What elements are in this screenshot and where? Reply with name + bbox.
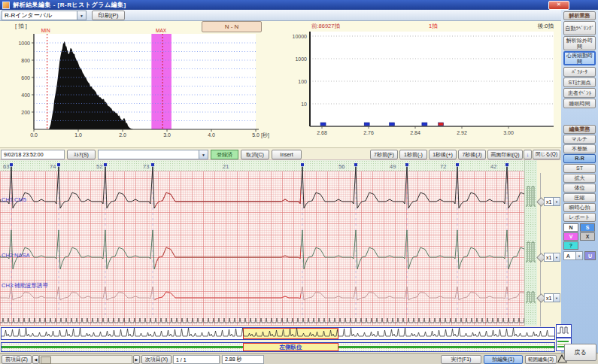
chevron-down-icon[interactable]: ▼	[553, 253, 560, 261]
svg-text:0.0: 0.0	[30, 132, 38, 138]
rr-histogram-plot[interactable]: MINMAX20040060080010000.01.02.03.04.05.0…	[0, 21, 278, 147]
print-button[interactable]: 印刷(P)	[92, 11, 125, 20]
beat-label-button-N[interactable]: N	[563, 223, 578, 232]
position-scrollbar[interactable]	[39, 355, 132, 364]
sidebar-item-3[interactable]: ﾊﾟﾗﾒｰﾀ	[563, 67, 596, 77]
sidebar-edit-item-8[interactable]: レポート	[563, 213, 596, 222]
histogram-y-unit-label: [ 拍 ]	[15, 23, 27, 30]
sidebar-item-0[interactable]: 自動ﾗﾍﾞﾘﾝｸﾞ	[563, 21, 596, 35]
range-edit-button[interactable]: 範囲編集(3)	[525, 355, 557, 364]
chevron-down-icon[interactable]: ▼	[77, 11, 86, 20]
channel-label: CH2:NASA	[2, 252, 30, 259]
svg-text:2.0: 2.0	[119, 132, 126, 138]
scroll-left-icon[interactable]: ◀	[32, 355, 39, 364]
sidebar-item-4[interactable]: ST計測点	[563, 77, 596, 87]
timestamp-field: 9/02/18 23:52:00	[1, 150, 65, 159]
sidebar-edit-item-5[interactable]: 体位	[563, 184, 596, 193]
channel-label: CH1:CM5	[2, 196, 26, 203]
svg-text:100: 100	[298, 79, 307, 84]
scrollbar-thumb[interactable]	[41, 356, 51, 364]
sidebar-edit-item-0[interactable]: マルチ	[563, 135, 596, 144]
sidebar-item-5[interactable]: 患者ｲﾍﾞﾝﾄ	[563, 88, 596, 98]
chevron-down-icon[interactable]: ▼	[553, 198, 560, 205]
back-button[interactable]: 戻る	[564, 344, 596, 361]
cancel-button[interactable]: 取消(C)	[241, 150, 269, 159]
rr-detail-plot[interactable]: 101001000100002.682.762.842.923.00前:8692…	[278, 21, 560, 147]
svg-text:73: 73	[143, 163, 149, 170]
svg-text:2.68: 2.68	[317, 130, 327, 135]
svg-text:800: 800	[21, 58, 30, 63]
sidebar-edit-item-4[interactable]: 拡大	[563, 174, 596, 183]
sidebar-edit-item-6[interactable]: 圧縮	[563, 193, 596, 202]
gain-select[interactable]: x1▼	[544, 293, 560, 302]
svg-text:2.84: 2.84	[410, 130, 420, 135]
svg-text:74: 74	[50, 163, 56, 170]
beat-label-button-?[interactable]: ?	[563, 241, 578, 250]
svg-text:[秒]: [秒]	[261, 132, 269, 138]
close-icon[interactable]: ✕	[548, 1, 569, 10]
beat-label-button-U[interactable]: U	[584, 251, 596, 260]
sidebar-edit-item-1[interactable]: 不整脈	[563, 144, 596, 153]
interval-select[interactable]: R-Rインターバル ▼	[2, 11, 87, 20]
svg-text:63: 63	[3, 163, 9, 170]
gain-control-zone: x1▼x1▼x1▼	[537, 160, 561, 326]
gain-select[interactable]: x1▼	[544, 253, 560, 262]
sidebar-header-edit[interactable]: 編集業務	[563, 125, 596, 134]
close-strip-button[interactable]: 閉じる(Q)	[533, 150, 560, 159]
strip-mode-icon[interactable]	[556, 324, 572, 338]
sidebar-item-1[interactable]: 解析除外時間	[563, 36, 596, 50]
sidebar-edit-item-3[interactable]: ST	[563, 164, 596, 173]
ecg-strip-area[interactable]: 637452732156497242 CH1:CM5CH2:NASACH3:補助…	[0, 160, 524, 326]
svg-text:42: 42	[490, 163, 496, 170]
body-position-strip[interactable]: 左側臥位	[1, 342, 555, 352]
titlebar: 解析結果編集 - [R-Rヒストグラム編集]	[0, 0, 598, 10]
gain-value: x1	[545, 199, 553, 205]
gain-select[interactable]: x1▼	[544, 197, 560, 206]
next-item-button[interactable]: 次項目(X)	[141, 355, 172, 364]
chevron-down-icon[interactable]: ▼	[575, 252, 582, 259]
beat-label-button-S[interactable]: S	[580, 223, 595, 232]
sidebar-item-6[interactable]: 睡眠時間	[563, 99, 596, 108]
sidebar-item-2[interactable]: 心房細動時間	[563, 51, 596, 65]
overview-strip[interactable]	[1, 327, 555, 340]
body-position-label: 左側臥位	[280, 344, 302, 351]
screen-print-button[interactable]: 画面印刷(Q)	[487, 150, 523, 159]
annotation-select[interactable]: ▼	[98, 150, 208, 159]
body-position-selection[interactable]: 左側臥位	[243, 343, 338, 351]
beat-edit-button[interactable]: 拍編集(1)	[484, 355, 523, 364]
rr-detail-panel: 101001000100002.682.762.842.923.00前:8692…	[278, 21, 560, 147]
svg-text:1.0: 1.0	[74, 132, 82, 138]
registered-badge: 登録済	[211, 150, 238, 159]
back-7s-button[interactable]: 7秒前(F)	[370, 150, 398, 159]
gain-value: x1	[545, 255, 553, 260]
sidebar: 解析業務自動ﾗﾍﾞﾘﾝｸﾞ解析除外時間心房細動時間ﾊﾟﾗﾒｰﾀST計測点患者ｲﾍ…	[561, 10, 598, 354]
svg-text:2.76: 2.76	[363, 130, 374, 135]
svg-text:1000: 1000	[18, 41, 30, 46]
run-button[interactable]: 実行(F1)	[441, 355, 481, 364]
sidebar-header-analysis[interactable]: 解析業務	[563, 11, 596, 20]
down-arrow-icon[interactable]: ↓	[524, 150, 532, 159]
sidebar-edit-item-2[interactable]: R-R	[563, 154, 596, 163]
store-button[interactable]: ｽﾄｱ(S)	[67, 150, 96, 159]
class-select[interactable]: A▼	[563, 251, 583, 260]
svg-text:49: 49	[390, 163, 396, 170]
insert-button[interactable]: Insert	[272, 150, 302, 159]
beat-label-button-V[interactable]: V	[563, 232, 578, 241]
beat-label-button-X[interactable]: X	[580, 232, 595, 241]
class-select-value: A	[564, 253, 575, 259]
svg-text:2.92: 2.92	[457, 130, 467, 135]
prev-item-button[interactable]: 前項目(Z)	[2, 355, 32, 364]
nn-badge: N - N	[202, 21, 262, 32]
chevron-down-icon[interactable]: ▼	[553, 294, 560, 302]
template-strip	[524, 160, 537, 326]
back-1s-button[interactable]: 1秒前(-)	[399, 150, 427, 159]
chevron-down-icon[interactable]: ▼	[199, 150, 208, 159]
page-indicator: 1 / 1	[173, 355, 220, 364]
gain-value: x1	[545, 296, 553, 301]
template-pulse-icons	[525, 160, 538, 326]
sidebar-edit-item-7[interactable]: 瞬時心拍	[563, 203, 596, 212]
scroll-right-icon[interactable]: ▶	[133, 355, 140, 364]
fwd-1s-button[interactable]: 1秒後(+)	[429, 150, 457, 159]
svg-text:21: 21	[223, 163, 229, 170]
fwd-7s-button[interactable]: 7秒後(J)	[458, 150, 486, 159]
